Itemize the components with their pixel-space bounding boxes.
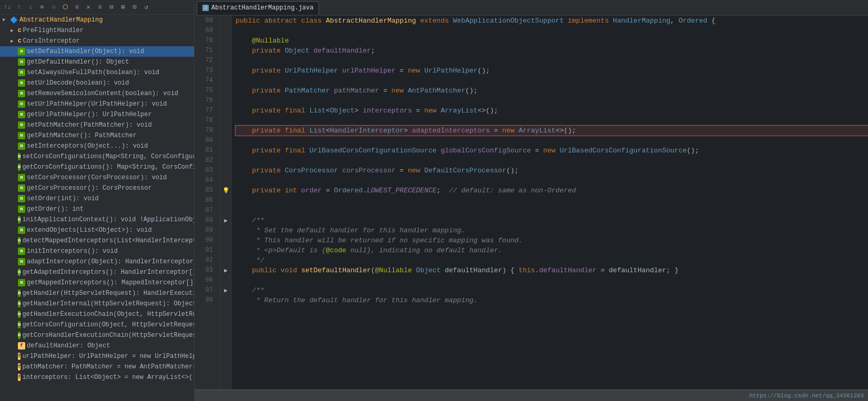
tree-item-setalwaysusefullpath[interactable]: ▶ m setAlwaysUseFullPath(boolean): void [0, 67, 194, 78]
collapse-btn[interactable]: ⊟ [106, 2, 117, 13]
method-public-icon: m [18, 279, 25, 286]
tree-item-getdefaulthandler[interactable]: ▶ m getDefaultHandler(): Object [0, 57, 194, 67]
code-line-92: */ [236, 255, 868, 265]
tree-item-pathmatcher-field[interactable]: ▶ f pathMatcher: PathMatcher = new AntPa… [0, 362, 194, 372]
tree-item-getcorsconfigurations[interactable]: ▶ m getCorsConfigurations(): Map<String,… [0, 162, 194, 172]
tree-item-getcorsconfiguration[interactable]: ▶ m getCorsConfiguration(Object, HttpSer… [0, 320, 194, 330]
expand-arrow: ▶ [11, 27, 18, 34]
code-area[interactable]: public abstract class AbstractHandlerMap… [231, 16, 868, 389]
tree-item-setpathmatcher[interactable]: ▶ m setPathMatcher(PathMatcher): void [0, 120, 194, 130]
method-public-icon: m [18, 100, 25, 108]
tree-item-urlpathhelper-field[interactable]: ▶ f urlPathHelper: UrlPathHelper = new U… [0, 351, 194, 362]
tree-item-getadaptedinterceptors[interactable]: ▶ m getAdaptedInterceptors(): HandlerInt… [0, 267, 194, 277]
item-label: initInterceptors(): void [27, 248, 118, 255]
method-public-icon: m [18, 58, 25, 66]
tree-item-corsinterceptor[interactable]: ▶ C CorsInterceptor [0, 36, 194, 46]
tree-item-extendobjects[interactable]: ▶ m extendObjects(List<Object>): void [0, 225, 194, 235]
tree-item-seturldecode[interactable]: ▶ m setUrlDecode(boolean): void [0, 78, 194, 88]
item-label: getDefaultHandler(): Object [27, 58, 129, 66]
tree-item-setdefaulthandler[interactable]: ▶ m setDefaultHandler(Object): void [0, 46, 194, 57]
tree-item-setorder[interactable]: ▶ m setOrder(int): void [0, 193, 194, 204]
item-label: setCorsConfigurations(Map<String, CorsCo… [22, 153, 194, 160]
line-num-83: 83 [195, 166, 216, 176]
refresh-btn[interactable]: ↺ [141, 2, 151, 13]
tree-root[interactable]: ▼ 🔷 AbstractHandlerMapping [0, 15, 194, 25]
tree-item-setcorsprocessor[interactable]: ▶ m setCorsProcessor(CorsProcessor): voi… [0, 172, 194, 183]
tree-item-initapplicationcontext[interactable]: ▶ m initApplicationContext(): void !Appl… [0, 214, 194, 225]
settings-btn[interactable]: ⊡ [129, 2, 140, 13]
tree-item-adaptinterceptor[interactable]: ▶ m adaptInterceptor(Object): HandlerInt… [0, 256, 194, 267]
tab-abstracthandlermapping[interactable]: J AbstractHandlerMapping.java [197, 1, 319, 15]
list2-btn[interactable]: ≡ [95, 2, 105, 13]
tree-item-initinterceptors[interactable]: ▶ m initInterceptors(): void [0, 246, 194, 256]
gutter-86 [221, 196, 231, 205]
tree-item-gethandler[interactable]: ▶ m getHandler(HttpServletRequest): Hand… [0, 288, 194, 299]
tree-item-seturlpathhelper[interactable]: ▶ m setUrlPathHelper(UrlPathHelper): voi… [0, 99, 194, 109]
method-public-icon: m [18, 184, 25, 192]
tree-item-getmappedinterceptors[interactable]: ▶ m getMappedInterceptors(): MappedInter… [0, 277, 194, 288]
tree-item-setcorsconfigurations[interactable]: ▶ m setCorsConfigurations(Map<String, Co… [0, 151, 194, 162]
class-icon: C [18, 38, 22, 44]
line-num-84: 84 [195, 176, 216, 186]
code-line-89: * Set the default handler for this handl… [236, 225, 868, 235]
line-num-81: 81 [195, 146, 216, 156]
method-public-icon: m [18, 205, 25, 213]
scroll-down-btn[interactable]: ↓ [25, 2, 36, 13]
tree-item-gethandlerinternal[interactable]: ▶ m getHandlerInternal(HttpServletReques… [0, 299, 194, 309]
line-num-70: 70 [195, 36, 216, 46]
add-btn[interactable]: ⊕ [37, 2, 47, 13]
line-num-78: 78 [195, 116, 216, 126]
status-url[interactable]: https://blog.csdn.net/qq_34361283 [749, 393, 864, 399]
code-line-68: public abstract class AbstractHandlerMap… [236, 16, 868, 26]
list-btn[interactable]: ≡ [72, 2, 82, 13]
java-file-icon: J [202, 5, 209, 11]
gutter-81 [221, 146, 231, 156]
tree-item-interceptors-field[interactable]: ▶ f interceptors: List<Object> = new Arr… [0, 372, 194, 383]
circle-btn[interactable]: ○ [48, 2, 59, 13]
tree-item-getcorsprocessor[interactable]: ▶ m getCorsProcessor(): CorsProcessor [0, 183, 194, 193]
tree-item-getorder[interactable]: ▶ m getOrder(): int [0, 204, 194, 214]
gutter-88[interactable]: ▶ [221, 215, 231, 225]
item-label: defaultHandler: Object [27, 342, 110, 349]
tree-item-setinterceptors[interactable]: ▶ m setInterceptors(Object...): void [0, 141, 194, 151]
code-line-96 [236, 275, 868, 285]
code-line-85: private int order = Ordered.LOWEST_PRECE… [236, 186, 868, 196]
item-label: getUrlPathHelper(): UrlPathHelper [27, 111, 152, 118]
structure-tree: ▼ 🔷 AbstractHandlerMapping ▶ C PreFlight… [0, 15, 194, 401]
tree-item-defaulthandler-field[interactable]: ▶ f defaultHandler: Object [0, 341, 194, 351]
method-public-icon: m [18, 111, 25, 118]
tree-item-getcorshandlerexecutionchain[interactable]: ▶ m getCorsHandlerExecutionChain(HttpSer… [0, 330, 194, 341]
class-icon: C [18, 27, 22, 34]
method-public-icon: m [18, 174, 25, 181]
scroll-up-btn[interactable]: ↑ [14, 2, 24, 13]
code-line-73: private UrlPathHelper urlPathHelper = ne… [236, 66, 868, 76]
item-label: adaptInterceptor(Object): HandlerInterce… [27, 258, 193, 265]
gutter-85[interactable]: 💡 [221, 186, 231, 196]
gutter-75 [221, 86, 231, 96]
collapse-arrow: ▼ [2, 17, 9, 23]
method-public-icon: m [18, 132, 25, 139]
gutter-98 [221, 295, 231, 305]
expand-btn[interactable]: ⊞ [118, 2, 128, 13]
line-num-98: 98 [195, 295, 216, 305]
item-label: getMappedInterceptors(): MappedIntercept… [27, 279, 193, 286]
tree-item-preflighthandler[interactable]: ▶ C PreFlightHandler [0, 25, 194, 36]
item-label: pathMatcher: PathMatcher = new AntPathMa… [22, 363, 194, 371]
gutter-97[interactable]: ▶ [221, 285, 231, 295]
field-icon: f [18, 353, 21, 360]
tree-item-geturlpathhelper[interactable]: ▶ m getUrlPathHelper(): UrlPathHelper [0, 109, 194, 120]
close-btn[interactable]: ✕ [83, 2, 94, 13]
code-line-88: /** [236, 215, 868, 225]
hex-btn[interactable]: ⬡ [60, 2, 70, 13]
line-num-82: 82 [195, 156, 216, 166]
tree-item-setremovesemicolen[interactable]: ▶ m setRemoveSemicolonContent(boolean): … [0, 88, 194, 99]
tree-item-gethandlerexecutionchain[interactable]: ▶ m getHandlerExecutionChain(Object, Htt… [0, 309, 194, 320]
tree-item-getpathmatcher[interactable]: ▶ m getPathMatcher(): PathMatcher [0, 130, 194, 141]
tree-item-detectmappedinterceptors[interactable]: ▶ m detectMappedInterceptors(List<Handle… [0, 235, 194, 246]
item-label: interceptors: List<Object> = new ArrayLi… [22, 374, 194, 381]
gutter-93[interactable]: ▶ [221, 265, 231, 275]
code-line-77: private final List<Object> interceptors … [236, 106, 868, 116]
sort-btn[interactable]: ↑↓ [2, 2, 13, 13]
toolbar: ↑↓ ↑ ↓ ⊕ ○ ⬡ ≡ ✕ ≡ ⊟ ⊞ ⊡ ↺ [0, 0, 194, 15]
gutter-83 [221, 166, 231, 176]
